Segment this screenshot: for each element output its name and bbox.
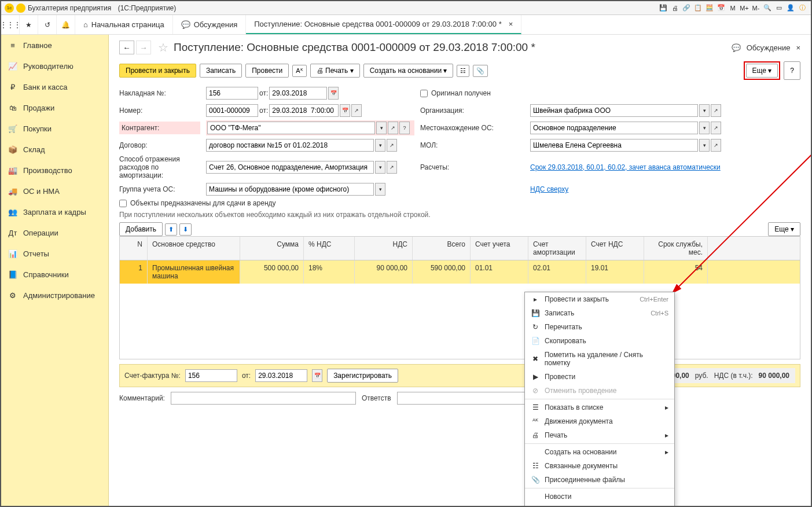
invoice-date-input[interactable] <box>269 87 327 100</box>
apps-icon[interactable]: ⋮⋮⋮ <box>1 15 20 34</box>
sidebar-item-main[interactable]: ≡Главное <box>1 35 108 56</box>
menu-item[interactable]: ☰Показать в списке▸ <box>525 401 674 414</box>
menu-item[interactable]: ▶Провести <box>525 370 674 384</box>
table-row[interactable]: 1 Промышленная швейная машина 500 000,00… <box>120 260 800 284</box>
menu-item[interactable]: 💾ЗаписатьCtrl+S <box>525 306 674 320</box>
more-button[interactable]: Еще ▾ <box>746 64 778 78</box>
movements-button[interactable]: Аᴷ <box>292 65 306 77</box>
star-icon[interactable]: ★ <box>20 15 38 34</box>
sidebar-item-operations[interactable]: ДтОперации <box>1 222 108 243</box>
forward-button[interactable]: → <box>136 41 151 54</box>
open-icon[interactable]: ↗ <box>711 104 721 117</box>
sidebar-item-reports[interactable]: 📊Отчеты <box>1 243 108 264</box>
create-based-button[interactable]: Создать на основании ▾ <box>363 64 454 78</box>
calendar-icon[interactable]: 📅 <box>328 87 339 100</box>
expense-input[interactable] <box>206 161 374 174</box>
sidebar-item-assets[interactable]: 🚚ОС и НМА <box>1 181 108 201</box>
chevron-down-icon[interactable]: ▾ <box>376 122 387 134</box>
discuss-icon[interactable]: 💬 <box>732 43 741 52</box>
number-input[interactable] <box>206 104 258 117</box>
save-button[interactable]: Записать <box>200 64 242 78</box>
original-checkbox[interactable] <box>420 90 428 97</box>
chevron-down-icon[interactable]: ▾ <box>375 139 385 152</box>
m-btn[interactable]: M <box>728 3 738 13</box>
col-sum[interactable]: Сумма <box>240 237 304 260</box>
open-icon[interactable]: ↗ <box>711 139 721 152</box>
tab-document[interactable]: Поступление: Основные средства 0001-0000… <box>246 15 521 34</box>
calc-link[interactable]: Срок 29.03.2018, 60.01, 60.02, зачет ава… <box>530 163 721 171</box>
calendar-icon[interactable]: 📅 <box>312 369 322 382</box>
menu-item[interactable]: ▸Провести и закрытьCtrl+Enter <box>525 292 674 306</box>
close-tab-icon[interactable]: × <box>509 20 513 28</box>
rent-checkbox[interactable] <box>119 200 127 207</box>
menu-item[interactable]: 🖨Печать▸ <box>525 428 674 442</box>
open-icon[interactable]: ↗ <box>711 122 721 134</box>
attach-button[interactable]: 📎 <box>473 65 488 77</box>
related-button[interactable]: ☷ <box>457 65 469 77</box>
location-input[interactable] <box>530 122 698 134</box>
user-icon[interactable]: 👤 <box>785 3 796 13</box>
sidebar-item-admin[interactable]: ⚙Администрирование <box>1 285 108 306</box>
open-icon[interactable]: ↗ <box>387 161 397 174</box>
chevron-down-icon[interactable]: ▾ <box>699 104 710 117</box>
zoom-icon[interactable]: 🔍 <box>762 3 773 13</box>
chevron-down-icon[interactable]: ▾ <box>375 183 385 196</box>
chevron-down-icon[interactable]: ▾ <box>375 161 385 174</box>
col-name[interactable]: Основное средство <box>148 237 240 260</box>
open-icon[interactable]: ↗ <box>388 122 398 134</box>
calc-icon[interactable]: 🧮 <box>704 3 715 13</box>
m-plus-btn[interactable]: M+ <box>739 3 749 13</box>
menu-item[interactable]: ☷Связанные документы <box>525 459 674 473</box>
print-icon[interactable]: 🖨 <box>670 3 680 13</box>
menu-item[interactable]: 📄Скопировать <box>525 334 674 348</box>
sf-date-input[interactable] <box>255 369 307 382</box>
chevron-down-icon[interactable]: ▾ <box>699 122 710 134</box>
post-close-button[interactable]: Провести и закрыть <box>119 64 196 78</box>
bell-icon[interactable]: 🔔 <box>57 15 75 34</box>
group-input[interactable] <box>206 183 374 196</box>
m-minus-btn[interactable]: M- <box>751 3 761 13</box>
col-nds[interactable]: НДС <box>355 237 413 260</box>
history-icon[interactable]: ↺ <box>38 15 57 34</box>
move-down-button[interactable]: ⬇ <box>179 223 192 236</box>
panels-icon[interactable]: ▭ <box>774 3 784 13</box>
menu-item[interactable]: ✖Пометить на удаление / Снять пометку <box>525 348 674 370</box>
help-button[interactable]: ? <box>784 61 800 80</box>
tab-home[interactable]: ⌂ Начальная страница <box>75 15 173 34</box>
sidebar-item-catalogs[interactable]: 📘Справочники <box>1 264 108 285</box>
sidebar-item-hr[interactable]: 👥Зарплата и кадры <box>1 201 108 222</box>
menu-item[interactable]: Проверить контрагентов <box>525 504 674 506</box>
help-icon[interactable]: ? <box>399 122 410 134</box>
sidebar-item-purchases[interactable]: 🛒Покупки <box>1 118 108 139</box>
copy-icon[interactable]: 📋 <box>693 3 703 13</box>
menu-item[interactable]: 📎Присоединенные файлы <box>525 473 674 487</box>
col-accnds[interactable]: Счет НДС <box>586 237 644 260</box>
sidebar-item-production[interactable]: 🏭Производство <box>1 160 108 181</box>
chevron-down-icon[interactable]: ▾ <box>699 139 710 152</box>
menu-item[interactable]: Новости <box>525 490 674 504</box>
post-button[interactable]: Провести <box>245 64 289 78</box>
move-up-button[interactable]: ⬆ <box>165 223 177 236</box>
sidebar-item-manager[interactable]: 📈Руководителю <box>1 56 108 76</box>
contragent-input[interactable] <box>207 122 375 134</box>
dropdown-icon[interactable] <box>16 3 25 13</box>
comment-input[interactable] <box>171 392 356 405</box>
col-n[interactable]: N <box>120 237 148 260</box>
add-button[interactable]: Добавить <box>119 222 163 236</box>
menu-item[interactable]: Создать на основании▸ <box>525 445 674 459</box>
sidebar-item-sales[interactable]: 🛍Продажи <box>1 97 108 118</box>
discuss-label[interactable]: Обсуждение <box>747 43 791 52</box>
favorite-icon[interactable]: ☆ <box>156 41 170 54</box>
print-button[interactable]: 🖨 Печать ▾ <box>310 64 360 78</box>
menu-item[interactable]: ↻Перечитать <box>525 320 674 334</box>
calendar-icon[interactable]: 📅 <box>340 104 350 117</box>
contract-input[interactable] <box>206 139 374 152</box>
sidebar-item-bank[interactable]: ₽Банк и касса <box>1 76 108 97</box>
back-button[interactable]: ← <box>119 41 134 54</box>
register-button[interactable]: Зарегистрировать <box>327 369 398 383</box>
open-icon[interactable]: ↗ <box>387 139 397 152</box>
menu-item[interactable]: ᴬᴷДвижения документа <box>525 414 674 428</box>
invoice-no-input[interactable] <box>206 87 258 100</box>
calendar-icon[interactable]: 📅 <box>716 3 726 13</box>
table-more-button[interactable]: Еще ▾ <box>768 222 800 236</box>
